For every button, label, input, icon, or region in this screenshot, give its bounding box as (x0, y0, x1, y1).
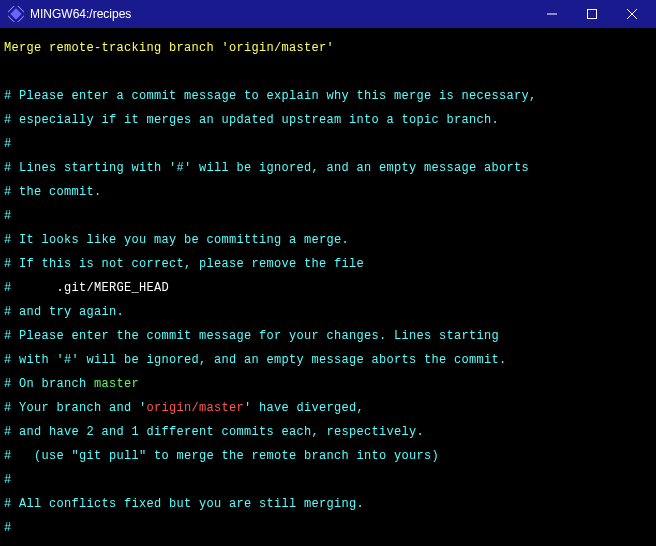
comment-line: ' have diverged, (244, 401, 364, 415)
comment-line: # Please enter the commit message for yo… (4, 329, 499, 343)
close-icon (627, 9, 637, 19)
branch-name: master (94, 377, 139, 391)
maximize-icon (587, 9, 597, 19)
window-controls (532, 0, 652, 28)
comment-line: # All conflicts fixed but you are still … (4, 497, 364, 511)
comment-line: # (use "git pull" to merge the remote br… (4, 449, 439, 463)
comment-line: # (4, 281, 57, 295)
comment-line: # Your branch and ' (4, 401, 147, 415)
comment-line: # (4, 137, 12, 151)
maximize-button[interactable] (572, 0, 612, 28)
window-title: MINGW64:/recipes (30, 7, 131, 21)
remote-branch: origin/master (147, 401, 245, 415)
merge-head-path: .git/MERGE_HEAD (57, 281, 170, 295)
comment-line: # (4, 473, 12, 487)
svg-rect-3 (588, 10, 597, 19)
comment-line: # (4, 209, 12, 223)
comment-line: # If this is not correct, please remove … (4, 257, 364, 271)
close-button[interactable] (612, 0, 652, 28)
comment-line: # especially if it merges an updated ups… (4, 113, 499, 127)
comment-line: # (4, 521, 12, 535)
comment-line: # It looks like you may be committing a … (4, 233, 349, 247)
comment-line: # the commit. (4, 185, 102, 199)
comment-line: # and have 2 and 1 different commits eac… (4, 425, 424, 439)
terminal-editor[interactable]: Merge remote-tracking branch 'origin/mas… (0, 28, 656, 546)
minimize-button[interactable] (532, 0, 572, 28)
titlebar-left: MINGW64:/recipes (4, 6, 131, 22)
titlebar: MINGW64:/recipes (0, 0, 656, 28)
comment-line: # with '#' will be ignored, and an empty… (4, 353, 507, 367)
comment-line: # On branch (4, 377, 94, 391)
comment-line: # Lines starting with '#' will be ignore… (4, 161, 529, 175)
git-bash-icon (8, 6, 24, 22)
commit-message-line: Merge remote-tracking branch 'origin/mas… (4, 41, 334, 55)
comment-line: # and try again. (4, 305, 124, 319)
minimize-icon (547, 9, 557, 19)
comment-line: # Please enter a commit message to expla… (4, 89, 537, 103)
svg-rect-1 (10, 8, 21, 19)
